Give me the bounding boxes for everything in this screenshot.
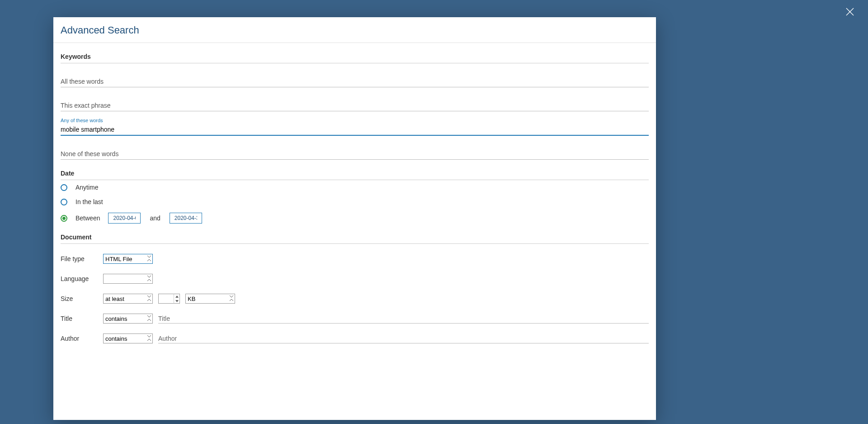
chevron-down-icon[interactable] [174,299,179,303]
select-filetype[interactable]: HTML File [103,254,153,264]
select-language[interactable] [103,274,153,284]
row-author: Author contains [61,324,649,343]
row-title: Title contains [61,304,649,324]
radio-inlast[interactable] [61,199,67,205]
size-spinner[interactable] [174,294,180,304]
dialog-body[interactable]: Keywords All these words This exact phra… [53,43,656,420]
label-author: Author [61,335,98,342]
radio-anytime[interactable] [61,184,67,191]
dialog-title: Advanced Search [61,24,649,36]
field-all-words[interactable]: All these words [61,71,649,87]
row-language: Language [61,264,649,284]
select-size-unit[interactable]: KB [185,294,235,304]
field-none-words[interactable]: None of these words [61,144,649,160]
label-size: Size [61,295,98,302]
field-exact-phrase[interactable]: This exact phrase [61,95,649,111]
date-option-between[interactable]: Between and [61,209,649,227]
label-anytime: Anytime [75,184,103,191]
field-any-words[interactable]: Any of these words [61,119,649,136]
row-filetype: File type HTML File [61,244,649,264]
dialog-header: Advanced Search [53,17,656,43]
input-all-words[interactable] [61,78,649,85]
label-any-words: Any of these words [61,118,103,123]
advanced-search-dialog: Advanced Search Keywords All these words… [53,17,656,420]
select-author-op[interactable]: contains [103,333,153,343]
date-option-anytime[interactable]: Anytime [61,180,649,195]
select-size-op[interactable]: at least [103,294,153,304]
radio-between[interactable] [61,215,67,222]
section-document-header: Document [61,227,649,244]
input-any-words[interactable] [61,126,649,133]
label-language: Language [61,275,98,282]
section-date-header: Date [61,160,649,180]
chevron-up-icon[interactable] [174,294,179,299]
input-exact-phrase[interactable] [61,102,649,109]
label-and: and [150,214,160,222]
date-to-input[interactable] [170,213,202,224]
label-title: Title [61,315,98,322]
input-author[interactable] [158,334,649,343]
label-filetype: File type [61,255,98,262]
label-inlast: In the last [75,198,103,205]
section-keywords-header: Keywords [61,43,649,63]
date-from-input[interactable] [108,213,141,224]
input-none-words[interactable] [61,150,649,157]
select-title-op[interactable]: contains [103,314,153,324]
input-size-value[interactable] [158,294,174,304]
row-size: Size at least KB [61,284,649,304]
input-title[interactable] [158,314,649,324]
label-between: Between [75,214,100,222]
date-option-inlast[interactable]: In the last [61,195,649,209]
